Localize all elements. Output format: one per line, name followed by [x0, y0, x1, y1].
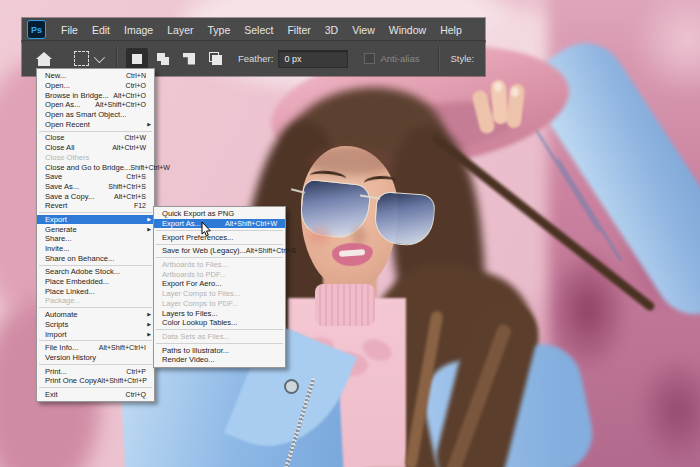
menubar-item-window[interactable]: Window	[382, 19, 433, 41]
menu-item-label: Open As...	[45, 100, 80, 109]
menu-item-render-video[interactable]: Render Video...	[154, 355, 285, 365]
add-to-selection-button[interactable]	[152, 48, 174, 70]
menu-item-open[interactable]: Open...Ctrl+O	[37, 81, 154, 91]
menu-item-label: Close Others	[45, 153, 89, 162]
jacket-snap-button	[284, 379, 299, 394]
menu-item-open-recent[interactable]: Open Recent▶	[37, 119, 154, 129]
menu-item-shortcut: Alt+Shift+Ctrl+W	[225, 220, 282, 227]
menu-item-save[interactable]: SaveCtrl+S	[37, 172, 154, 182]
submenu-arrow-icon: ▶	[147, 332, 151, 337]
menubar-item-edit[interactable]: Edit	[85, 19, 117, 41]
menu-item-scripts[interactable]: Scripts▶	[37, 320, 154, 330]
menu-item-automate[interactable]: Automate▶	[37, 310, 154, 320]
menu-item-paths-to-illustrator[interactable]: Paths to Illustrator...	[154, 345, 285, 355]
menu-item-search-adobe-stock[interactable]: Search Adobe Stock...	[37, 267, 154, 277]
menu-item-open-as-smart-object[interactable]: Open as Smart Object...	[37, 110, 154, 120]
photoshop-logo[interactable]: Ps	[27, 20, 46, 39]
menu-item-label: Place Embedded...	[45, 277, 109, 286]
anti-alias-checkbox[interactable]	[364, 53, 375, 64]
menu-item-shortcut: Alt+Ctrl+W	[112, 144, 151, 151]
new-selection-button[interactable]	[126, 48, 148, 70]
menu-item-close-all[interactable]: Close AllAlt+Ctrl+W	[37, 143, 154, 153]
fingernail	[494, 82, 502, 92]
menu-item-shortcut: F12	[134, 202, 151, 209]
menu-item-package: Package...	[37, 296, 154, 306]
menu-item-shortcut: Ctrl+Q	[126, 391, 151, 398]
home-icon[interactable]	[36, 52, 52, 66]
menu-item-label: Close All	[45, 143, 75, 152]
menu-item-revert[interactable]: RevertF12	[37, 201, 154, 211]
anti-alias-label: Anti-alias	[380, 53, 419, 64]
menu-item-save-for-web-legacy[interactable]: Save for Web (Legacy)...Alt+Shift+Ctrl+S	[154, 246, 285, 256]
menubar-item-select[interactable]: Select	[237, 19, 280, 41]
menu-separator	[39, 387, 152, 388]
menu-item-print[interactable]: Print...Ctrl+P	[37, 366, 154, 376]
intersect-selection-button[interactable]	[204, 48, 226, 70]
menu-item-label: Print One Copy	[45, 376, 97, 385]
menu-item-place-linked[interactable]: Place Linked...	[37, 286, 154, 296]
menu-item-print-one-copy[interactable]: Print One CopyAlt+Shift+Ctrl+P	[37, 376, 154, 386]
menu-item-label: Layers to Files...	[162, 309, 218, 318]
menu-item-quick-export-as-png[interactable]: Quick Export as PNG	[154, 209, 285, 219]
menu-item-share-on-behance[interactable]: Share on Behance...	[37, 253, 154, 263]
menu-item-shortcut: Alt+Shift+Ctrl+O	[95, 101, 151, 108]
menu-separator	[156, 329, 283, 330]
menu-separator	[156, 257, 283, 258]
menu-separator	[156, 343, 283, 344]
menu-item-layers-to-files[interactable]: Layers to Files...	[154, 308, 285, 318]
menubar-item-filter[interactable]: Filter	[280, 19, 317, 41]
menu-item-label: Open Recent	[45, 120, 90, 129]
photoshop-window: Ps FileEditImageLayerTypeSelectFilter3DV…	[0, 0, 700, 467]
feather-input[interactable]	[278, 50, 348, 68]
menu-item-export[interactable]: Export▶	[37, 215, 154, 225]
menu-item-label: Save	[45, 172, 62, 181]
rectangular-marquee-icon[interactable]	[74, 51, 89, 66]
menu-item-label: Revert	[45, 201, 67, 210]
menu-item-version-history[interactable]: Version History	[37, 353, 154, 363]
menu-item-data-sets-as-files: Data Sets as Files...	[154, 332, 285, 342]
menu-separator	[156, 230, 283, 231]
menu-item-share[interactable]: Share...	[37, 234, 154, 244]
subtract-from-selection-button[interactable]	[178, 48, 200, 70]
menu-item-label: Import	[45, 330, 67, 339]
menu-item-label: Artboards to PDF...	[162, 270, 226, 279]
menu-item-place-embedded[interactable]: Place Embedded...	[37, 277, 154, 287]
menu-item-label: Export For Aero...	[162, 279, 222, 288]
style-label: Style:	[450, 53, 474, 64]
menu-item-shortcut: Shift+Ctrl+W	[130, 164, 175, 171]
menu-item-label: Browse in Bridge...	[45, 91, 109, 100]
menubar-item-3d[interactable]: 3D	[318, 19, 345, 41]
menu-item-generate[interactable]: Generate▶	[37, 224, 154, 234]
menubar-item-view[interactable]: View	[345, 19, 382, 41]
menu-bar: Ps FileEditImageLayerTypeSelectFilter3DV…	[22, 18, 485, 42]
menu-item-export-preferences[interactable]: Export Preferences...	[154, 232, 285, 242]
menu-item-export-as[interactable]: Export As...Alt+Shift+Ctrl+W	[154, 219, 285, 229]
menu-item-import[interactable]: Import▶	[37, 329, 154, 339]
menu-item-save-as[interactable]: Save As...Shift+Ctrl+S	[37, 182, 154, 192]
menubar-item-type[interactable]: Type	[200, 19, 237, 41]
menu-item-color-lookup-tables[interactable]: Color Lookup Tables...	[154, 318, 285, 328]
menubar-item-layer[interactable]: Layer	[160, 19, 200, 41]
hand-on-hat	[474, 78, 536, 144]
menu-item-close[interactable]: CloseCtrl+W	[37, 133, 154, 143]
menu-item-close-and-go-to-bridge[interactable]: Close and Go to Bridge...Shift+Ctrl+W	[37, 162, 154, 172]
menu-item-exit[interactable]: ExitCtrl+Q	[37, 390, 154, 400]
menu-item-label: Close	[45, 133, 64, 142]
chevron-down-icon[interactable]	[94, 51, 105, 62]
menu-item-export-for-aero[interactable]: Export For Aero...	[154, 279, 285, 289]
menu-item-open-as[interactable]: Open As...Alt+Shift+Ctrl+O	[37, 100, 154, 110]
menubar-item-file[interactable]: File	[54, 19, 85, 41]
menu-bar-items: FileEditImageLayerTypeSelectFilter3DView…	[54, 19, 469, 41]
menu-item-save-a-copy[interactable]: Save a Copy...Alt+Ctrl+S	[37, 191, 154, 201]
export-submenu: Quick Export as PNGExport As...Alt+Shift…	[153, 206, 286, 368]
menubar-item-help[interactable]: Help	[433, 19, 469, 41]
menu-item-new[interactable]: New...Ctrl+N	[37, 71, 154, 81]
menu-separator	[39, 131, 152, 132]
menu-item-label: Layer Comps to Files...	[162, 289, 240, 298]
menu-item-artboards-to-files: Artboards to Files...	[154, 260, 285, 270]
menu-item-label: Data Sets as Files...	[162, 332, 230, 341]
menu-item-browse-in-bridge[interactable]: Browse in Bridge...Alt+Ctrl+O	[37, 90, 154, 100]
menubar-item-image[interactable]: Image	[117, 19, 160, 41]
menu-item-file-info[interactable]: File Info...Alt+Shift+Ctrl+I	[37, 343, 154, 353]
menu-item-invite[interactable]: Invite...	[37, 244, 154, 254]
